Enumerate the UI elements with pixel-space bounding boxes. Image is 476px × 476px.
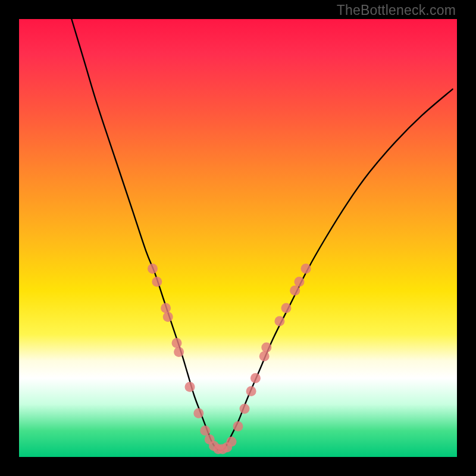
data-marker [281,303,292,313]
data-marker [172,338,182,348]
chart-frame: TheBottleneck.com [0,0,476,476]
bottleneck-curve [71,19,452,450]
curve-layer [19,19,457,457]
data-marker [274,316,284,326]
data-marker [163,312,173,322]
data-marker [148,264,158,274]
data-marker [250,373,261,383]
data-marker [227,437,237,447]
data-marker [233,421,243,431]
data-marker [259,351,270,361]
data-marker [301,264,311,274]
data-marker [246,386,256,396]
data-marker [185,382,195,392]
marker-group [148,264,311,454]
plot-area [19,19,457,457]
data-marker [290,286,300,296]
data-marker [174,347,184,357]
data-marker [240,404,250,414]
data-marker [200,425,210,436]
data-marker [295,277,305,287]
data-marker [193,408,203,418]
data-marker [152,277,162,287]
data-marker [261,343,271,353]
watermark-label: TheBottleneck.com [337,2,456,18]
data-marker [161,303,171,313]
